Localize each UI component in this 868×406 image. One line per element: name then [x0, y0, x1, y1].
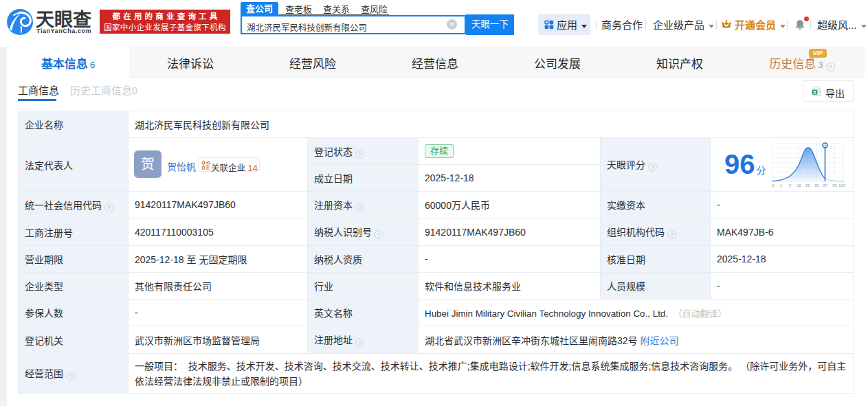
- svg-text:99: 99: [832, 183, 837, 188]
- svg-text:1: 1: [780, 183, 783, 188]
- svg-text:15: 15: [797, 183, 801, 188]
- svg-text:0: 0: [772, 183, 775, 188]
- svg-text:85: 85: [814, 183, 819, 188]
- svg-text:97: 97: [823, 183, 827, 188]
- svg-text:100: 100: [838, 183, 846, 188]
- svg-text:3: 3: [789, 183, 792, 188]
- svg-text:50: 50: [805, 183, 810, 188]
